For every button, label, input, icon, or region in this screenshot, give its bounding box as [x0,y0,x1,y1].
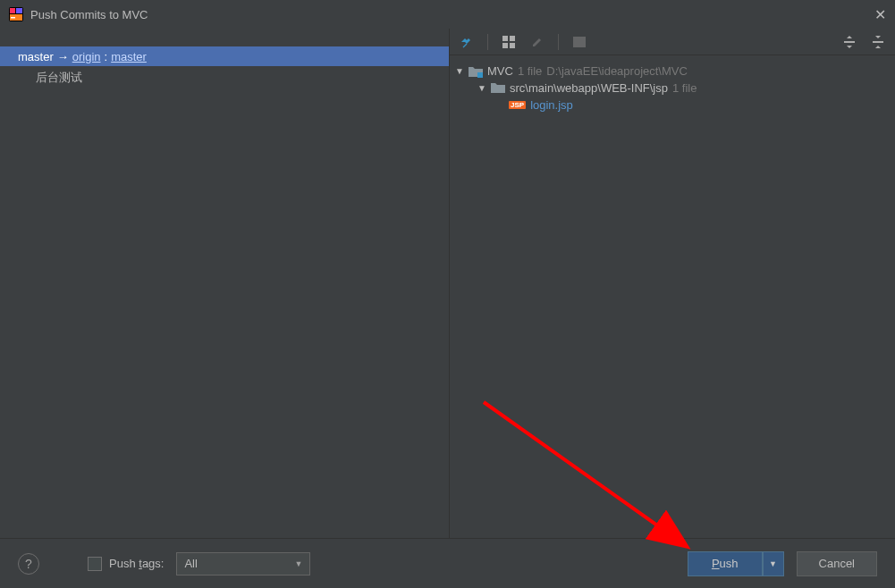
collapse-all-icon[interactable] [870,34,886,50]
svg-rect-10 [844,41,855,43]
project-path: D:\javaEE\ideaproject\MVC [546,64,688,78]
chevron-down-icon[interactable]: ▼ [477,83,486,93]
files-panel: ▼ MVC 1 file D:\javaEE\ideaproject\MVC ▼ [449,29,895,538]
toolbar-separator [558,34,559,50]
remote-branch-link[interactable]: master [111,50,147,63]
chevron-down-icon: ▼ [295,559,303,568]
svg-rect-5 [502,36,508,41]
colon-separator: : [105,50,108,63]
svg-rect-4 [11,17,15,19]
svg-rect-1 [10,8,15,13]
push-tags-dropdown[interactable]: All ▼ [176,552,310,575]
file-name: login.jsp [530,98,573,112]
intellij-app-icon [9,7,23,21]
toolbar-separator [487,34,488,50]
push-button-group: Push ▼ [688,551,784,576]
files-toolbar [450,29,895,55]
folder-file-count: 1 file [672,81,697,95]
svg-rect-12 [477,72,483,78]
cancel-button[interactable]: Cancel [797,551,877,576]
push-tags-label: Push tags: [109,557,164,570]
svg-rect-11 [873,41,883,43]
main-content: master → origin : master 后台测试 [0,29,895,538]
edit-icon[interactable] [529,34,545,50]
push-tags-option[interactable]: Push tags: [88,557,164,571]
project-file-count: 1 file [518,64,542,78]
folder-icon [491,82,505,94]
folder-name: src\main\webapp\WEB-INF\jsp [510,81,668,95]
jsp-file-icon: JSP [509,101,526,109]
arrow-right-icon: → [57,50,69,63]
push-dropdown-button[interactable]: ▼ [763,551,784,576]
window-title: Push Commits to MVC [30,8,874,21]
svg-rect-9 [573,37,586,47]
pin-icon[interactable] [459,34,475,50]
commits-panel: master → origin : master 后台测试 [0,29,449,538]
title-bar: Push Commits to MVC ✕ [0,0,895,29]
help-button[interactable]: ? [18,553,39,575]
group-icon[interactable] [501,34,517,50]
file-tree: ▼ MVC 1 file D:\javaEE\ideaproject\MVC ▼ [450,55,895,121]
expand-all-icon[interactable] [841,34,857,50]
branch-selector-row[interactable]: master → origin : master [0,46,449,66]
project-tree-row[interactable]: ▼ MVC 1 file D:\javaEE\ideaproject\MVC [455,63,890,80]
local-branch-label: master [18,50,54,63]
remote-link[interactable]: origin [72,50,101,63]
chevron-down-icon[interactable]: ▼ [455,66,464,76]
svg-rect-6 [510,36,515,41]
file-tree-row[interactable]: JSP login.jsp [455,97,890,113]
svg-rect-8 [510,43,515,48]
dropdown-value: All [184,557,197,570]
commit-item[interactable]: 后台测试 [0,66,449,89]
dialog-footer: ? Push tags: All ▼ Push ▼ Cancel [0,538,895,588]
svg-rect-7 [502,43,508,48]
project-name: MVC [487,64,513,78]
folder-tree-row[interactable]: ▼ src\main\webapp\WEB-INF\jsp 1 file [455,80,890,97]
svg-rect-2 [16,8,22,13]
project-folder-icon [469,65,483,78]
push-tags-checkbox[interactable] [88,557,102,571]
preview-icon[interactable] [571,34,587,50]
push-button[interactable]: Push [688,551,763,576]
close-icon[interactable]: ✕ [874,6,886,23]
